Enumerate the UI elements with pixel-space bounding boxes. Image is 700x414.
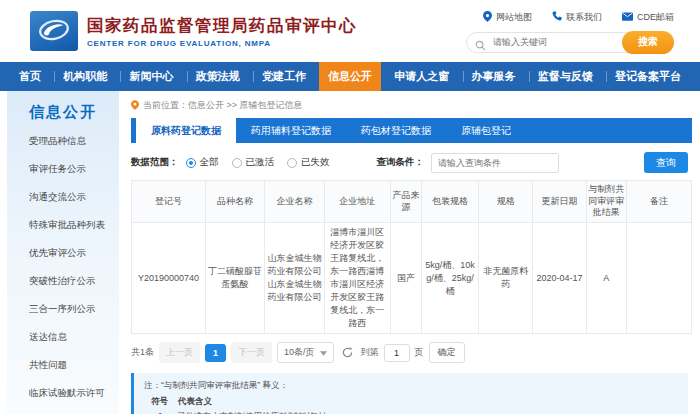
nav-item-home[interactable]: 首页 [10, 62, 50, 91]
pagination: 共1条 上一页 1 下一页 10条/页 到第 页 确定 [131, 342, 692, 363]
radio-all-label: 全部 [200, 156, 219, 169]
mail-label: CDE邮箱 [637, 11, 674, 24]
breadcrumb-pin-icon [131, 100, 139, 112]
registration-table: 登记号 品种名称 企业名称 企业地址 产品来源 包装规格 规格 更新日期 与制剂… [131, 180, 692, 334]
note-header: 符号 代表含义 [144, 394, 678, 409]
goto-confirm-button[interactable]: 确定 [429, 342, 465, 363]
main-panel: 当前位置：信息公开 >> 原辅包登记信息 原料药登记数据 药用辅料登记数据 药包… [119, 91, 700, 414]
tab-packaging-registration-data[interactable]: 药包材登记数据 [346, 118, 446, 143]
contact-label: 联系我们 [566, 11, 602, 24]
sitemap-label: 网站地图 [496, 11, 532, 24]
location-pin-icon [483, 11, 492, 24]
radio-activated[interactable]: 已激活 [232, 156, 275, 169]
site-title: 国家药品监督管理局药品审评中心 [87, 15, 357, 37]
mail-link[interactable]: CDE邮箱 [622, 11, 674, 24]
prev-page-button[interactable]: 上一页 [159, 342, 200, 363]
tab-bar: 原料药登记数据 药用辅料登记数据 药包材登记数据 原辅包登记 [131, 118, 692, 143]
sidebar-item-common-issues[interactable]: 共性问题 [29, 359, 119, 372]
radio-expired-label: 已失效 [301, 156, 330, 169]
chevron-down-icon [320, 348, 327, 358]
radio-expired[interactable]: 已失效 [287, 156, 330, 169]
radio-expired-control[interactable] [287, 158, 297, 168]
refresh-icon[interactable] [342, 347, 353, 358]
col-packaging: 包装规格 [422, 181, 479, 223]
tab-excipient-registration-data[interactable]: 药用辅料登记数据 [236, 118, 346, 143]
cell-updated: 2020-04-17 [533, 223, 586, 334]
col-address: 企业地址 [324, 181, 390, 223]
phone-icon [552, 11, 562, 23]
note-title: 注：“与制剂共同审评审批结果” 释义： [144, 378, 678, 393]
nav-item-functions[interactable]: 机构职能 [54, 62, 116, 91]
query-button[interactable]: 查询 [644, 152, 688, 173]
search-icon [475, 37, 486, 55]
sidebar: 信息公开 受理品种信息 审评任务公示 沟通交流公示 特殊审批品种列表 优先审评公… [7, 91, 119, 414]
radio-all[interactable]: 全部 [186, 156, 219, 169]
nav-item-info-disclosure[interactable]: 信息公开 [319, 62, 381, 91]
radio-all-control[interactable] [186, 158, 196, 168]
sitemap-link[interactable]: 网站地图 [483, 11, 532, 24]
page-size-value: 10条/页 [284, 346, 315, 359]
note-meaning-a: 已批准在上市制剂使用的原料/辅料/包材； [177, 409, 335, 414]
pagination-total: 共1条 [131, 346, 154, 359]
breadcrumb-text: 当前位置：信息公开 >> 原辅包登记信息 [143, 99, 303, 112]
sidebar-item-breakthrough-therapy[interactable]: 突破性治疗公示 [29, 275, 119, 288]
tab-raw-aux-pack-registration[interactable]: 原辅包登记 [446, 118, 526, 143]
scope-label: 数据范围： [131, 156, 179, 169]
query-label: 查询条件： [377, 156, 425, 169]
sidebar-item-review-tasks[interactable]: 审评任务公示 [29, 163, 119, 176]
legend-note: 注：“与制剂共同审评审批结果” 释义： 符号 代表含义 A 已批准在上市制剂使用… [131, 373, 688, 414]
radio-activated-control[interactable] [232, 158, 242, 168]
search-button[interactable]: 搜索 [622, 31, 674, 54]
note-symbol-header: 符号 [151, 394, 168, 409]
cell-spec: 非无菌原料药 [479, 223, 533, 334]
cde-website: 国家药品监督管理局药品审评中心 CENTER FOR DRUG EVALUATI… [0, 0, 700, 414]
brand-text: 国家药品监督管理局药品审评中心 CENTER FOR DRUG EVALUATI… [87, 15, 357, 48]
col-approval-result: 与制剂共同审评审批结果 [586, 181, 626, 223]
note-symbol-a: A [157, 409, 165, 414]
filter-row: 数据范围： 全部 已激活 已失效 查询条件： 查询 [131, 152, 692, 173]
main-nav: 首页 机构职能 新闻中心 政策法规 党建工作 信息公开 申请人之窗 办事服务 监… [0, 62, 700, 91]
quick-links: 网站地图 联系我们 CDE邮箱 [483, 11, 674, 24]
swan-logo-icon [37, 15, 71, 47]
cell-address: 淄博市淄川区经济开发区胶王路复线北，东一路西淄博市淄川区经济开发区胶王路复线北，… [324, 223, 390, 334]
col-updated: 更新日期 [533, 181, 586, 223]
next-page-button[interactable]: 下一页 [231, 342, 272, 363]
page-1-button[interactable]: 1 [205, 344, 226, 362]
nav-item-feedback[interactable]: 监督与反馈 [529, 62, 602, 91]
note-item-a: A 已批准在上市制剂使用的原料/辅料/包材； [144, 409, 678, 414]
nav-item-party[interactable]: 党建工作 [253, 62, 315, 91]
goto-page-input[interactable] [384, 344, 410, 362]
cell-packaging: 5kg/桶、10kg/桶、25kg/桶 [422, 223, 479, 334]
goto-unit: 页 [415, 346, 424, 359]
sidebar-item-clinical-trial-implied-license[interactable]: 临床试验默示许可 [29, 387, 119, 400]
nav-item-applicant[interactable]: 申请人之窗 [385, 62, 458, 91]
site-subtitle: CENTER FOR DRUG EVALUATION, NMPA [87, 39, 357, 48]
sidebar-item-priority-review[interactable]: 优先审评公示 [29, 247, 119, 260]
table-row[interactable]: Y20190000740 丁二磺酸腺苷蛋氨酸 山东金城生物药业有限公司山东金城生… [132, 223, 692, 334]
breadcrumb: 当前位置：信息公开 >> 原辅包登记信息 [131, 99, 692, 112]
tab-api-registration-data[interactable]: 原料药登记数据 [136, 118, 236, 143]
sidebar-title: 信息公开 [29, 103, 119, 122]
content: 信息公开 受理品种信息 审评任务公示 沟通交流公示 特殊审批品种列表 优先审评公… [0, 91, 700, 414]
cell-reg-no: Y20190000740 [132, 223, 206, 334]
table-header-row: 登记号 品种名称 企业名称 企业地址 产品来源 包装规格 规格 更新日期 与制剂… [132, 181, 692, 223]
contact-link[interactable]: 联系我们 [552, 11, 602, 24]
header-right: 网站地图 联系我们 CDE邮箱 [466, 9, 674, 54]
nav-item-policy[interactable]: 政策法规 [187, 62, 249, 91]
nav-item-services[interactable]: 办事服务 [463, 62, 525, 91]
col-company: 企业名称 [265, 181, 324, 223]
brand[interactable]: 国家药品监督管理局药品审评中心 CENTER FOR DRUG EVALUATI… [30, 11, 357, 51]
query-input[interactable] [431, 153, 559, 173]
nav-item-news[interactable]: 新闻中心 [120, 62, 182, 91]
nav-item-registration-platform[interactable]: 登记备案平台 [606, 62, 690, 91]
sidebar-item-delivery-info[interactable]: 送达信息 [29, 331, 119, 344]
col-remark: 备注 [626, 181, 691, 223]
mail-icon [622, 12, 633, 23]
sidebar-item-accepted-varieties[interactable]: 受理品种信息 [29, 135, 119, 148]
sidebar-item-special-approval[interactable]: 特殊审批品种列表 [29, 219, 119, 232]
sidebar-item-communication[interactable]: 沟通交流公示 [29, 191, 119, 204]
page-size-select[interactable]: 10条/页 [277, 342, 334, 363]
sidebar-item-three-in-one[interactable]: 三合一序列公示 [29, 303, 119, 316]
cell-approval-result: A [586, 223, 626, 334]
cell-origin: 国产 [390, 223, 421, 334]
